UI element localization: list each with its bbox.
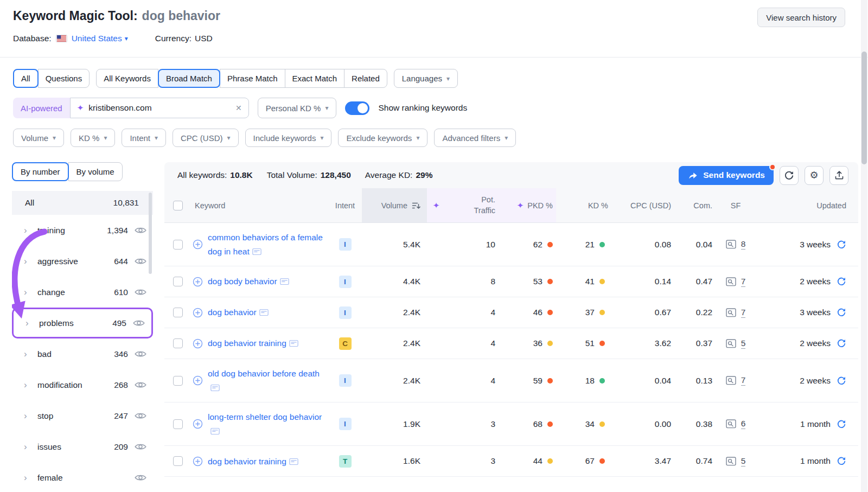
row-checkbox[interactable] (173, 240, 183, 250)
settings-button[interactable]: ⚙ (805, 166, 824, 185)
row-checkbox[interactable] (173, 338, 183, 348)
serp-features-icon[interactable] (726, 308, 736, 317)
group-all[interactable]: All 10,831 (12, 191, 153, 215)
add-keyword-icon[interactable] (193, 277, 203, 287)
database-selector[interactable]: United States▾ (72, 34, 128, 43)
sidebar-scrollbar-thumb[interactable] (149, 193, 152, 274)
header-keyword[interactable]: Keyword (193, 188, 328, 222)
tab-questions[interactable]: Questions (38, 69, 90, 88)
select-all-checkbox[interactable] (173, 201, 183, 210)
sf-count[interactable]: 6 (741, 419, 746, 429)
refresh-row-icon[interactable] (837, 338, 846, 348)
sf-count[interactable]: 7 (741, 277, 746, 287)
add-keyword-icon[interactable] (193, 456, 203, 467)
serp-preview-icon[interactable] (210, 384, 220, 392)
volume-filter-dropdown[interactable]: Volume▾ (13, 129, 64, 147)
serp-features-icon[interactable] (726, 457, 736, 466)
eye-icon[interactable] (135, 381, 146, 389)
include-keywords-dropdown[interactable]: Include keywords▾ (245, 129, 332, 147)
row-checkbox[interactable] (173, 419, 183, 429)
languages-dropdown[interactable]: Languages▾ (394, 69, 458, 88)
sf-count[interactable]: 7 (741, 308, 746, 318)
row-checkbox[interactable] (173, 277, 183, 286)
eye-icon[interactable] (133, 319, 145, 327)
refresh-row-icon[interactable] (837, 240, 846, 250)
group-modification[interactable]: › modification 268 (12, 369, 153, 400)
serp-preview-icon[interactable] (289, 340, 298, 347)
sf-count[interactable]: 5 (741, 456, 746, 467)
cpc-filter-dropdown[interactable]: CPC (USD)▾ (173, 129, 239, 147)
view-search-history-button[interactable]: View search history (757, 8, 845, 27)
keyword-link[interactable]: dog behavior (208, 305, 269, 320)
tab-all-keywords[interactable]: All Keywords (96, 69, 158, 88)
serp-preview-icon[interactable] (210, 427, 220, 435)
tab-phrase-match[interactable]: Phrase Match (220, 69, 285, 88)
tab-broad-match[interactable]: Broad Match (158, 69, 220, 88)
header-cpc[interactable]: CPC (USD) (608, 188, 671, 222)
add-keyword-icon[interactable] (193, 338, 203, 349)
keyword-link[interactable]: dog behavior training (208, 455, 298, 469)
serp-features-icon[interactable] (726, 277, 736, 286)
group-training[interactable]: › training 1,394 (12, 215, 153, 246)
serp-features-icon[interactable] (726, 419, 736, 429)
eye-icon[interactable] (135, 226, 146, 234)
show-ranking-keywords-toggle[interactable] (345, 101, 369, 115)
domain-input[interactable] (88, 103, 231, 113)
header-intent[interactable]: Intent (328, 188, 362, 222)
tab-exact-match[interactable]: Exact Match (285, 69, 345, 88)
header-pot-traffic[interactable]: Pot. Traffic (445, 188, 495, 222)
serp-preview-icon[interactable] (259, 309, 269, 316)
serp-features-icon[interactable] (726, 376, 736, 385)
serp-features-icon[interactable] (726, 240, 736, 249)
by-number-button[interactable]: By number (12, 162, 69, 181)
group-aggressive[interactable]: › aggressive 644 (12, 246, 153, 277)
group-issues[interactable]: › issues 209 (12, 431, 153, 462)
keyword-link[interactable]: long-term shelter dog behavior (208, 410, 324, 438)
refresh-row-icon[interactable] (837, 419, 846, 429)
serp-preview-icon[interactable] (252, 248, 261, 255)
eye-icon[interactable] (135, 412, 146, 420)
group-female[interactable]: › female (12, 462, 153, 492)
export-button[interactable] (829, 166, 848, 185)
sf-count[interactable]: 5 (741, 338, 746, 349)
by-volume-button[interactable]: By volume (68, 162, 123, 181)
keyword-link[interactable]: dog body behavior (208, 274, 289, 289)
sf-count[interactable]: 8 (741, 239, 746, 250)
header-pkd[interactable]: ✦PKD % (495, 188, 556, 222)
keyword-link[interactable]: old dog behavior before death (208, 367, 324, 394)
tab-related[interactable]: Related (344, 69, 387, 88)
keyword-link[interactable]: common behaviors of a female dog in heat (208, 231, 324, 258)
add-keyword-icon[interactable] (193, 308, 203, 318)
refresh-row-icon[interactable] (837, 376, 846, 386)
header-kd[interactable]: KD % (556, 188, 608, 222)
header-com[interactable]: Com. (671, 188, 712, 222)
header-sf[interactable]: SF (712, 188, 759, 222)
header-volume[interactable]: Volume (362, 188, 427, 222)
send-keywords-button[interactable]: Send keywords (679, 166, 774, 185)
keyword-link[interactable]: dog behavior training (208, 336, 298, 350)
refresh-row-icon[interactable] (837, 277, 846, 286)
group-change[interactable]: › change 610 (12, 277, 153, 308)
group-stop[interactable]: › stop 247 (12, 400, 153, 431)
kd-filter-dropdown[interactable]: KD %▾ (71, 129, 115, 147)
header-updated[interactable]: Updated (759, 188, 858, 222)
serp-preview-icon[interactable] (280, 278, 289, 285)
add-keyword-icon[interactable] (193, 239, 203, 250)
row-checkbox[interactable] (173, 308, 183, 317)
clear-input-icon[interactable]: ✕ (235, 104, 242, 112)
eye-icon[interactable] (135, 443, 146, 451)
group-problems[interactable]: › problems 495 (12, 308, 153, 338)
refresh-row-icon[interactable] (837, 456, 846, 466)
intent-filter-dropdown[interactable]: Intent▾ (122, 129, 166, 147)
eye-icon[interactable] (135, 474, 146, 482)
eye-icon[interactable] (135, 257, 146, 265)
sf-count[interactable]: 7 (741, 375, 746, 386)
row-checkbox[interactable] (173, 456, 183, 466)
row-checkbox[interactable] (173, 376, 183, 386)
exclude-keywords-dropdown[interactable]: Exclude keywords▾ (338, 129, 427, 147)
add-keyword-icon[interactable] (193, 419, 203, 429)
eye-icon[interactable] (135, 288, 146, 296)
group-bad[interactable]: › bad 346 (12, 338, 153, 369)
refresh-row-icon[interactable] (837, 308, 846, 317)
add-keyword-icon[interactable] (193, 375, 203, 386)
